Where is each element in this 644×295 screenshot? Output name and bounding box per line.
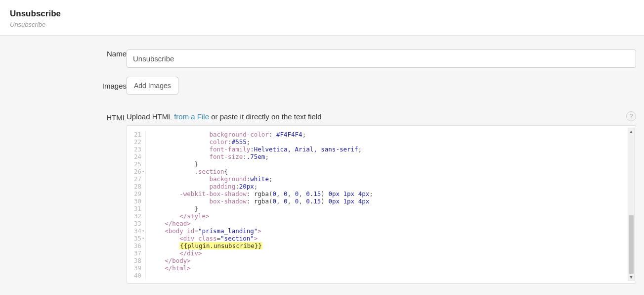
page-header: Unsubscribe Unsubscribe	[0, 0, 644, 36]
upload-from-file-link[interactable]: from a File	[174, 112, 209, 121]
upload-prefix: Upload HTML	[127, 112, 174, 121]
add-images-button[interactable]: Add Images	[127, 77, 178, 95]
page-title: Unsubscribe	[10, 9, 634, 19]
name-input[interactable]	[127, 49, 636, 68]
images-label: Images	[8, 71, 127, 98]
editor-gutter: 212223242526▾2728293031323334▾35▾3637383…	[127, 131, 146, 279]
name-label: Name	[8, 47, 127, 71]
editor-scrollbar[interactable]: ▲ ▼	[628, 128, 635, 281]
html-label: HTML	[8, 98, 127, 287]
form-table: Name Images Add Images HTML Upload HTML …	[8, 47, 636, 287]
scroll-down-icon[interactable]: ▼	[628, 274, 634, 281]
form-content: Name Images Add Images HTML Upload HTML …	[0, 36, 644, 295]
code-editor[interactable]: 212223242526▾2728293031323334▾35▾3637383…	[127, 125, 636, 284]
upload-suffix: or paste it directly on the text field	[209, 112, 322, 121]
help-icon[interactable]: ?	[626, 111, 636, 121]
html-upload-row: Upload HTML from a File or paste it dire…	[127, 111, 636, 122]
scroll-thumb[interactable]	[629, 215, 634, 274]
editor-code[interactable]: background-color: #F4F4F4; color:#555; f…	[146, 131, 373, 279]
scroll-up-icon[interactable]: ▲	[628, 128, 634, 135]
page-subtitle: Unsubscribe	[10, 21, 634, 28]
